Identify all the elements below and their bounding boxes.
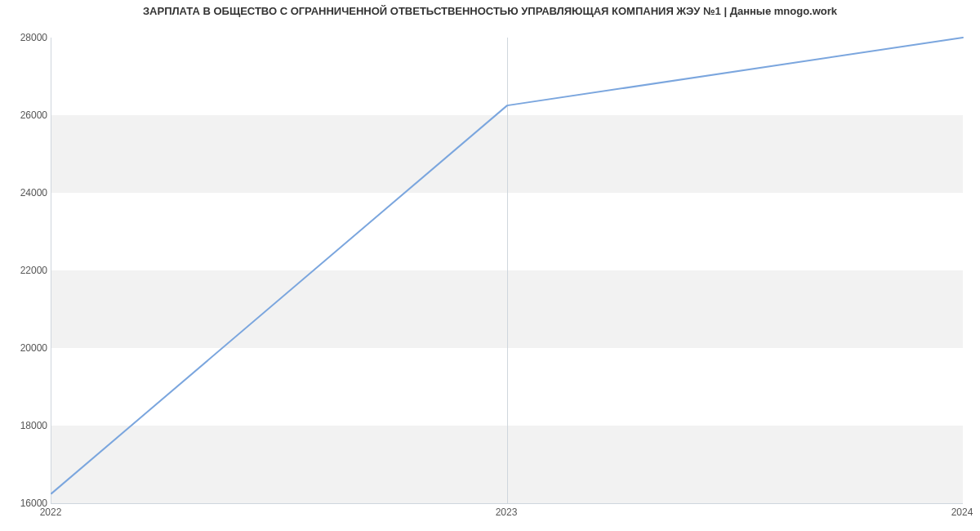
y-tick-label: 28000 <box>3 32 47 43</box>
y-tick-label: 26000 <box>3 109 47 121</box>
salary-series-line <box>51 38 963 493</box>
y-tick-label: 18000 <box>3 420 47 431</box>
salary-line-chart: ЗАРПЛАТА В ОБЩЕСТВО С ОГРАННИЧЕННОЙ ОТВЕ… <box>0 0 980 531</box>
y-tick-label: 20000 <box>3 342 47 354</box>
x-tick-label: 2022 <box>40 506 62 518</box>
y-tick-label: 24000 <box>3 187 47 199</box>
y-tick-label: 22000 <box>3 265 47 276</box>
plot-area <box>51 38 963 504</box>
x-tick-label: 2023 <box>496 506 518 518</box>
line-layer <box>51 38 963 503</box>
x-tick-label: 2024 <box>951 506 973 518</box>
chart-title: ЗАРПЛАТА В ОБЩЕСТВО С ОГРАННИЧЕННОЙ ОТВЕ… <box>0 5 980 17</box>
